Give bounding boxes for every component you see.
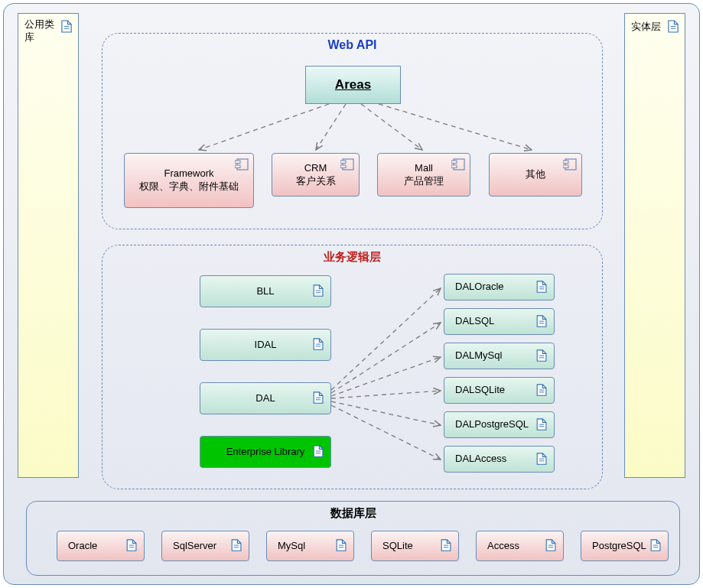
group-business-logic-title: 业务逻辑层: [103, 250, 602, 265]
db-mysql-label: MySql: [267, 531, 353, 560]
box-dalaccess-label: DALAccess: [444, 447, 554, 472]
box-bll-label: BLL: [200, 276, 330, 307]
box-enterprise-library: Enterprise Library: [200, 436, 331, 468]
box-dalpostgres: DALPostgreSQL: [444, 411, 555, 438]
comp-mall-label: Mall 产品管理: [378, 154, 470, 196]
box-dalsql-label: DALSQL: [444, 309, 554, 334]
block-common-lib: 公用类库: [18, 13, 79, 478]
group-web-api-title: Web API: [103, 38, 602, 52]
comp-framework-label: Framework 权限、字典、附件基础: [125, 154, 253, 207]
box-idal-label: IDAL: [200, 330, 330, 360]
document-icon: [668, 20, 679, 34]
comp-crm: CRM 客户关系: [272, 153, 360, 197]
db-oracle-label: Oracle: [57, 531, 144, 560]
box-elib-label: Enterprise Library: [200, 437, 330, 467]
box-dalmysql: DALMySql: [444, 343, 555, 369]
db-sqlite-label: SQLite: [372, 531, 458, 560]
db-sqlserver-label: SqlServer: [162, 531, 249, 560]
document-icon: [61, 20, 73, 34]
box-dalmysql-label: DALMySql: [444, 343, 554, 369]
box-dalsqlite: DALSQLite: [444, 377, 555, 404]
db-oracle: Oracle: [57, 531, 145, 561]
box-dal-label: DAL: [200, 383, 330, 414]
box-dalsql: DALSQL: [444, 308, 555, 335]
db-mysql: MySql: [266, 531, 354, 561]
box-dalsqlite-label: DALSQLite: [444, 378, 554, 403]
comp-other: 其他: [489, 153, 582, 197]
group-database-layer-title: 数据库层: [27, 506, 679, 521]
box-idal: IDAL: [200, 329, 331, 361]
db-postgres-label: PostgreSQL: [581, 531, 668, 560]
db-postgres: PostgreSQL: [581, 531, 669, 561]
db-access: Access: [476, 531, 564, 561]
comp-crm-label: CRM 客户关系: [272, 154, 359, 196]
box-bll: BLL: [200, 275, 331, 307]
box-areas-label: Areas: [306, 67, 400, 103]
box-daloracle-label: DALOracle: [444, 275, 554, 300]
db-access-label: Access: [477, 531, 563, 560]
db-sqlserver: SqlServer: [161, 531, 249, 561]
comp-framework: Framework 权限、字典、附件基础: [124, 153, 254, 208]
block-common-lib-label: 公用类库: [24, 18, 58, 44]
box-dalaccess: DALAccess: [444, 446, 555, 473]
box-dal: DAL: [200, 382, 331, 414]
comp-mall: Mall 产品管理: [377, 153, 470, 197]
box-dalpostgres-label: DALPostgreSQL: [444, 412, 554, 437]
box-daloracle: DALOracle: [444, 274, 555, 300]
block-entity-layer-label: 实体层: [631, 20, 661, 34]
box-areas: Areas: [305, 66, 401, 104]
db-sqlite: SQLite: [371, 531, 459, 561]
comp-other-label: 其他: [490, 154, 581, 196]
block-entity-layer: 实体层: [624, 13, 685, 478]
